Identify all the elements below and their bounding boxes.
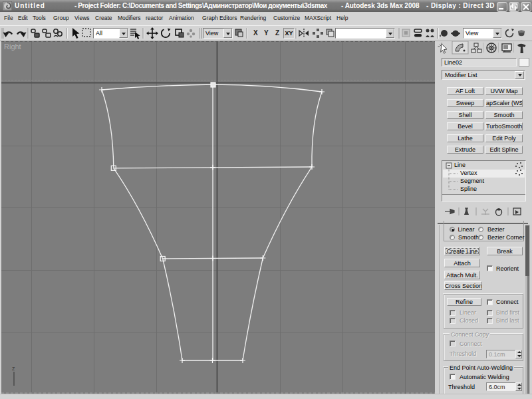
svg-text:Right: Right <box>4 43 21 51</box>
svg-text:z: z <box>12 365 15 372</box>
